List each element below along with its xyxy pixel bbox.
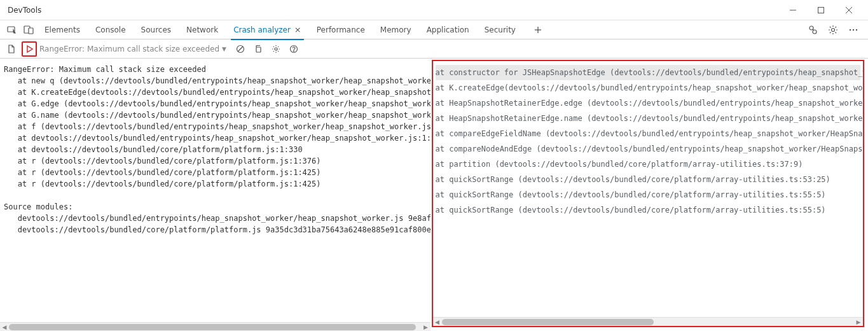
tab-label: Console [95, 25, 126, 34]
tab-performance[interactable]: Performance [309, 20, 373, 39]
minimize-button[interactable] [779, 1, 807, 20]
svg-point-14 [856, 29, 857, 30]
tab-console[interactable]: Console [88, 20, 134, 39]
add-tab-button[interactable] [530, 22, 546, 38]
trace-line: at r (devtools://devtools/bundled/core/p… [4, 167, 427, 178]
resolved-trace-line: at HeapSnapshotRetainerEdge.name (devtoo… [436, 111, 861, 126]
resolved-trace-line: at constructor for JSHeapSnapshotEdge (d… [436, 65, 861, 80]
left-pane: RangeError: Maximum call stack size exce… [0, 59, 431, 331]
resolved-trace-line: at compareNodeAndEdge (devtools://devtoo… [436, 141, 861, 157]
scrollbar-thumb[interactable] [9, 324, 416, 330]
trace-header: RangeError: Maximum call stack size exce… [4, 64, 427, 75]
scroll-left-icon[interactable]: ◀ [433, 318, 442, 327]
run-button[interactable] [22, 41, 37, 57]
help-button[interactable] [286, 41, 301, 57]
trace-line: at r (devtools://devtools/bundled/core/p… [4, 155, 427, 167]
inspect-device-icon[interactable] [4, 22, 20, 38]
crash-analyzer-toolbar: RangeError: Maximum call stack size exce… [0, 39, 868, 59]
resolved-trace-line: at K.createEdge(devtools://devtools/bund… [436, 80, 861, 95]
tab-label: Performance [317, 25, 365, 34]
svg-point-19 [275, 48, 277, 50]
source-module-line: devtools://devtools/bundled/core/platfor… [4, 224, 427, 236]
window-title: DevTools [8, 6, 41, 15]
svg-rect-1 [818, 7, 824, 13]
resolved-trace-line: at quickSortRange (devtools://devtools/b… [436, 187, 861, 202]
svg-point-13 [853, 29, 854, 30]
trace-line: at new q (devtools://devtools/bundled/en… [4, 75, 427, 87]
close-button[interactable] [835, 1, 863, 20]
settings-gear-icon[interactable] [825, 22, 841, 38]
tool-settings-button[interactable] [268, 41, 284, 57]
copy-button[interactable] [251, 41, 266, 57]
svg-point-11 [832, 28, 835, 31]
svg-point-12 [850, 29, 851, 30]
right-pane: at constructor for JSHeapSnapshotEdge (d… [432, 60, 865, 327]
resolved-trace-line: at partition (devtools://devtools/bundle… [436, 157, 861, 172]
device-toolbar-icon[interactable] [20, 22, 37, 38]
tab-sources[interactable]: Sources [134, 20, 179, 39]
stack-trace[interactable]: RangeError: Maximum call stack size exce… [0, 59, 431, 322]
source-modules-header: Source modules: [4, 201, 427, 213]
tab-label: Memory [380, 25, 411, 34]
svg-marker-15 [27, 46, 32, 52]
more-icon[interactable] [845, 22, 862, 38]
resolved-trace-line: at HeapSnapshotRetainerEdge.edge (devtoo… [436, 95, 861, 111]
resolved-trace-line: at quickSortRange (devtools://devtools/b… [436, 172, 861, 187]
resolved-trace-line: at compareEdgeFieldName (devtools://devt… [436, 126, 861, 141]
new-file-button[interactable] [4, 41, 19, 57]
toolbar-select[interactable]: RangeError: Maximum call stack size exce… [39, 45, 230, 53]
svg-line-17 [238, 46, 243, 52]
tab-crash-analyzer[interactable]: Crash analyzer × [226, 20, 309, 39]
trace-line: at K.createEdge(devtools://devtools/bund… [4, 87, 427, 98]
trace-line: at devtools://devtools/bundled/core/plat… [4, 144, 427, 155]
trace-line: at G.name (devtools://devtools/bundled/e… [4, 109, 427, 121]
horizontal-scrollbar[interactable]: ◀ ▶ [433, 317, 864, 326]
tab-label: Security [485, 25, 516, 34]
tab-label: Crash analyzer [233, 25, 291, 34]
svg-rect-18 [256, 47, 261, 52]
tab-network[interactable]: Network [179, 20, 226, 39]
window-controls [779, 1, 863, 20]
window-titlebar: DevTools [0, 0, 868, 20]
tab-security[interactable]: Security [477, 20, 523, 39]
tab-elements[interactable]: Elements [37, 20, 88, 39]
tab-label: Elements [45, 25, 80, 34]
trace-line: at f (devtools://devtools/bundled/entryp… [4, 121, 427, 132]
content-area: RangeError: Maximum call stack size exce… [0, 59, 868, 331]
close-icon[interactable]: × [294, 25, 301, 34]
source-module-line: devtools://devtools/bundled/entrypoints/… [4, 213, 427, 224]
tab-label: Application [427, 25, 469, 34]
scroll-right-icon[interactable]: ▶ [854, 318, 863, 327]
microphone-icon[interactable] [804, 22, 821, 38]
resolved-stack-trace[interactable]: at constructor for JSHeapSnapshotEdge (d… [433, 61, 864, 317]
toolbar-select-text: RangeError: Maximum call stack size exce… [39, 45, 219, 53]
tab-application[interactable]: Application [419, 20, 477, 39]
tab-label: Network [186, 25, 218, 34]
resolved-trace-line: at quickSortRange (devtools://devtools/b… [436, 202, 861, 218]
horizontal-scrollbar[interactable]: ◀ ▶ [0, 322, 431, 331]
trace-line: at devtools://devtools/bundled/entrypoin… [4, 132, 427, 144]
trace-line: at G.edge (devtools://devtools/bundled/e… [4, 98, 427, 109]
tab-label: Sources [141, 25, 171, 34]
scroll-right-icon[interactable]: ▶ [422, 323, 431, 332]
main-tabbar: Elements Console Sources Network Crash a… [0, 20, 868, 39]
svg-point-10 [813, 30, 816, 34]
trace-line: at r (devtools://devtools/bundled/core/p… [4, 178, 427, 190]
chevron-down-icon: ▼ [222, 46, 226, 52]
scroll-left-icon[interactable]: ◀ [0, 323, 9, 332]
clear-button[interactable] [233, 41, 248, 57]
blank-line [4, 190, 427, 201]
tab-memory[interactable]: Memory [373, 20, 419, 39]
scrollbar-thumb[interactable] [442, 319, 654, 325]
svg-point-21 [294, 50, 294, 51]
maximize-button[interactable] [807, 1, 835, 20]
svg-rect-6 [29, 28, 33, 34]
